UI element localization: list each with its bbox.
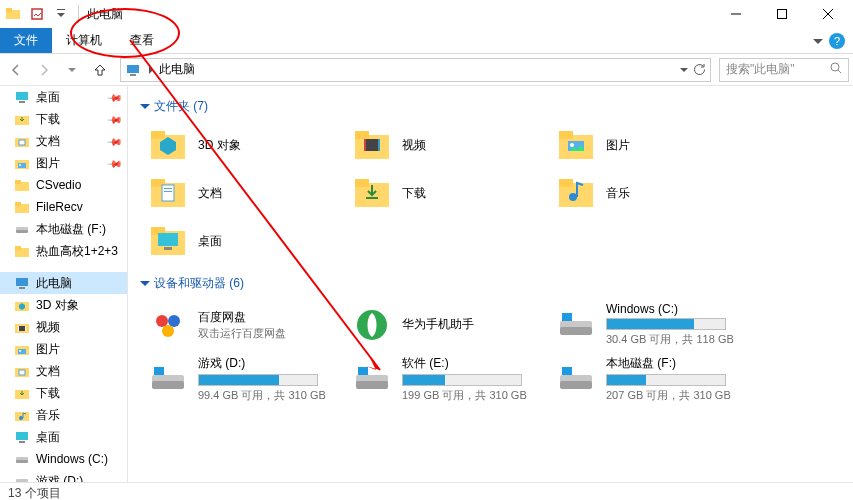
- group-header-folders[interactable]: 文件夹 (7): [140, 98, 833, 115]
- folder-item[interactable]: 文档: [148, 173, 328, 213]
- sidebar-item[interactable]: 热血高校1+2+3: [0, 240, 127, 262]
- folder-item[interactable]: 图片: [556, 125, 736, 165]
- sidebar-item[interactable]: 下载📌: [0, 108, 127, 130]
- item-label: 本地磁盘 (F:): [606, 355, 731, 372]
- back-button[interactable]: [4, 58, 28, 82]
- device-item[interactable]: 百度网盘双击运行百度网盘: [148, 302, 328, 347]
- chevron-down-icon[interactable]: [680, 66, 688, 74]
- item-label: 游戏 (D:): [198, 355, 326, 372]
- folder-item[interactable]: 3D 对象: [148, 125, 328, 165]
- sidebar-item[interactable]: 本地磁盘 (F:): [0, 218, 127, 240]
- ribbon-expand-icon[interactable]: [813, 36, 823, 46]
- sidebar-item[interactable]: 视频: [0, 316, 127, 338]
- device-item[interactable]: Windows (C:)30.4 GB 可用，共 118 GB: [556, 302, 736, 347]
- sidebar-item-label: 视频: [36, 319, 60, 336]
- sidebar-item[interactable]: CSvedio: [0, 174, 127, 196]
- svg-point-78: [168, 315, 180, 327]
- drive-icon: [14, 221, 30, 237]
- sidebar-item[interactable]: 图片📌: [0, 152, 127, 174]
- sidebar-item[interactable]: 3D 对象: [0, 294, 127, 316]
- group-header-devices[interactable]: 设备和驱动器 (6): [140, 275, 833, 292]
- svg-rect-39: [16, 432, 28, 440]
- sidebar-item[interactable]: 文档: [0, 360, 127, 382]
- tab-view[interactable]: 查看: [116, 28, 168, 53]
- svg-rect-30: [25, 326, 26, 331]
- search-icon[interactable]: [830, 62, 842, 77]
- qat-properties-icon[interactable]: [26, 3, 48, 25]
- documents-icon: [148, 173, 188, 213]
- svg-rect-59: [559, 131, 573, 139]
- device-item[interactable]: 本地磁盘 (F:)207 GB 可用，共 310 GB: [556, 355, 736, 403]
- svg-rect-3: [57, 9, 65, 10]
- svg-rect-91: [560, 381, 592, 389]
- sidebar-item-label: 下载: [36, 111, 60, 128]
- sidebar-item-label: 此电脑: [36, 275, 72, 292]
- titlebar: 此电脑: [0, 0, 853, 28]
- device-item[interactable]: 软件 (E:)199 GB 可用，共 310 GB: [352, 355, 532, 403]
- pin-icon: 📌: [107, 89, 123, 105]
- svg-rect-29: [18, 326, 19, 331]
- svg-rect-76: [164, 247, 172, 250]
- chevron-right-icon[interactable]: [147, 66, 155, 74]
- downloads-icon: [14, 385, 30, 401]
- chevron-down-icon[interactable]: [140, 279, 150, 289]
- chevron-down-icon[interactable]: [140, 102, 150, 112]
- sidebar-item[interactable]: 桌面📌: [0, 86, 127, 108]
- svg-rect-86: [154, 367, 164, 375]
- recent-dropdown-icon[interactable]: [60, 58, 84, 82]
- forward-button[interactable]: [32, 58, 56, 82]
- sidebar-item[interactable]: 下载: [0, 382, 127, 404]
- close-button[interactable]: [805, 0, 851, 28]
- folder-item[interactable]: 桌面: [148, 221, 328, 261]
- device-item[interactable]: 游戏 (D:)99.4 GB 可用，共 310 GB: [148, 355, 328, 403]
- refresh-icon[interactable]: [692, 63, 706, 77]
- address-bar[interactable]: 此电脑: [120, 58, 711, 82]
- sidebar-item[interactable]: Windows (C:): [0, 448, 127, 470]
- svg-point-79: [162, 325, 174, 337]
- navbar: 此电脑 搜索"此电脑": [0, 54, 853, 86]
- help-icon[interactable]: ?: [829, 33, 845, 49]
- item-label: 文档: [198, 185, 222, 202]
- sidebar-item[interactable]: 桌面: [0, 426, 127, 448]
- pin-icon: 📌: [107, 133, 123, 149]
- item-label: 百度网盘: [198, 309, 286, 326]
- svg-point-38: [19, 416, 23, 420]
- folder-item[interactable]: 下载: [352, 173, 532, 213]
- pictures-icon: [14, 341, 30, 357]
- sidebar-item[interactable]: 游戏 (D:): [0, 470, 127, 482]
- sidebar-item[interactable]: 文档📌: [0, 130, 127, 152]
- svg-rect-25: [19, 287, 25, 289]
- pictures-icon: [556, 125, 596, 165]
- sidebar-item[interactable]: 图片: [0, 338, 127, 360]
- music-icon: [14, 407, 30, 423]
- minimize-button[interactable]: [713, 0, 759, 28]
- folder-item[interactable]: 视频: [352, 125, 532, 165]
- breadcrumb-text[interactable]: 此电脑: [159, 61, 195, 78]
- sidebar-item-label: 3D 对象: [36, 297, 79, 314]
- status-bar: 13 个项目: [0, 482, 853, 500]
- tab-computer[interactable]: 计算机: [52, 28, 116, 53]
- maximize-button[interactable]: [759, 0, 805, 28]
- qat-dropdown-icon[interactable]: [50, 3, 72, 25]
- status-text: 13 个项目: [8, 485, 61, 500]
- desktop-icon: [14, 429, 30, 445]
- svg-rect-89: [358, 367, 368, 375]
- sidebar-item-label: 音乐: [36, 407, 60, 424]
- tab-file[interactable]: 文件: [0, 28, 52, 53]
- drive-icon: [556, 305, 596, 345]
- sidebar-item[interactable]: 音乐: [0, 404, 127, 426]
- search-input[interactable]: 搜索"此电脑": [719, 58, 849, 82]
- sidebar-item[interactable]: FileRecv: [0, 196, 127, 218]
- device-item[interactable]: 华为手机助手: [352, 302, 532, 347]
- up-button[interactable]: [88, 58, 112, 82]
- sidebar-item[interactable]: 此电脑: [0, 272, 127, 294]
- window-title: 此电脑: [87, 6, 123, 23]
- documents-icon: [14, 363, 30, 379]
- downloads-icon: [352, 173, 392, 213]
- svg-rect-4: [778, 10, 787, 19]
- sidebar-item-label: CSvedio: [36, 178, 81, 192]
- svg-rect-12: [19, 140, 25, 145]
- svg-rect-35: [19, 370, 25, 375]
- folder-item[interactable]: 音乐: [556, 173, 736, 213]
- svg-rect-82: [560, 327, 592, 335]
